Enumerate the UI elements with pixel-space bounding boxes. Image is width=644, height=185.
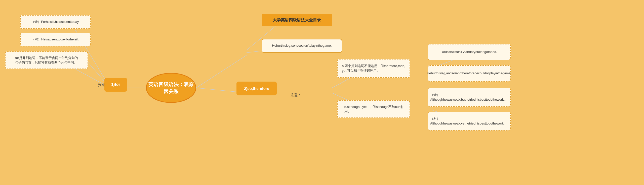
note-a-node: a.两个并列连词不能连用，但therefore,then, yet.可以和并列连… — [337, 59, 410, 78]
so-label: 2)so,therefore — [244, 86, 269, 91]
correct-example-node: （对）Heisabsenttoday,forheisill. — [20, 33, 91, 46]
central-node: 英语四级语法：表原因关系 — [146, 73, 196, 103]
so-node: 2)so,therefore — [236, 82, 277, 95]
central-label: 英语四级语法：表原因关系 — [147, 81, 195, 95]
correct-although-text: （对）Althoughhewasweak,yethetriedhisbestto… — [430, 116, 508, 126]
wrong-example-text: （错）Forheisill,heisabsenttoday. — [31, 20, 79, 24]
for-node: 1)for — [104, 78, 127, 92]
category-title-node: 大学英语四级语法大全目录 — [262, 14, 332, 26]
example-leg-node: Hehurthisleg,andso/andthereforehecouldn'… — [428, 65, 511, 82]
note-a-text: a.两个并列连词不能连用，但therefore,then, yet.可以和并列连… — [342, 64, 405, 73]
note-b-node: b.although...yet...，但although不与but连 用。 — [337, 100, 410, 118]
example-tv-node: YoucanwatchTV,andoryoucangotobed. — [428, 44, 511, 60]
connector-lines — [0, 0, 644, 185]
mindmap-container: 英语四级语法：表原因关系 （错）Forheisill,heisabsenttod… — [0, 0, 644, 185]
note-label: 注意： — [291, 93, 301, 97]
note-b-text: b.although...yet...，但although不与but连 用。 — [344, 105, 403, 114]
for-label: 1)for — [111, 82, 120, 87]
example-sentence-node: Hehurthisleg,sohecouldn'tplayinthegame. — [262, 39, 342, 53]
correct-example-text: （对）Heisabsenttoday,forheisill. — [31, 37, 79, 42]
wrong-example-node: （错）Forheisill,heisabsenttoday. — [20, 15, 91, 29]
explanation-text: for是并列连词，不能置于含两个并列分句的 句子的句首，只能将其放在两个分句中间… — [15, 56, 78, 65]
wrong-although-text: （错）Althoughhewasweak,buthetriedhisbestto… — [430, 93, 508, 102]
example-leg-text: Hehurthisleg,andso/andthereforehecouldn'… — [427, 71, 511, 76]
category-title-text: 大学英语四级语法大全目录 — [273, 17, 321, 23]
example-sentence-text: Hehurthisleg,sohecouldn'tplayinthegame. — [272, 43, 332, 48]
correct-although-node: （对）Althoughhewasweak,yethetriedhisbestto… — [428, 112, 511, 131]
explanation-node: for是并列连词，不能置于含两个并列分句的 句子的句首，只能将其放在两个分句中间… — [5, 51, 88, 69]
example-tv-text: YoucanwatchTV,andoryoucangotobed. — [441, 50, 497, 54]
wrong-although-node: （错）Althoughhewasweak,buthetriedhisbestto… — [428, 88, 511, 107]
